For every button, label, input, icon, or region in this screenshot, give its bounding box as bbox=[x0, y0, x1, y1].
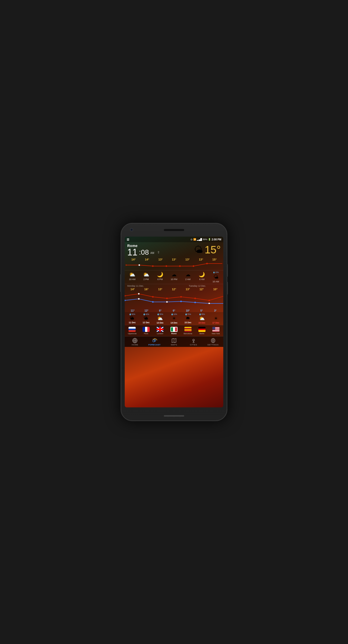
daily-low-2: 6° bbox=[153, 309, 167, 312]
hourly-time-3: 10 PM bbox=[171, 278, 177, 281]
daily-chart-area: 14° 16° 13° 12° 13° 12° 10° bbox=[125, 288, 223, 312]
flag-paris bbox=[143, 327, 150, 332]
hourly-temp-4: 13° bbox=[185, 258, 190, 261]
hourly-item-0[interactable]: ⛅ 10 AM bbox=[125, 271, 139, 283]
svg-point-13 bbox=[209, 300, 210, 301]
day-label-1: 12 Dec bbox=[143, 321, 150, 324]
date-label-left: Monday 11 Dec. bbox=[127, 285, 174, 287]
svg-point-1 bbox=[138, 264, 140, 266]
hourly-forecast-row: ⛅ 10 AM ⛅ 2 PM 🌙 6 PM ☁ 10 PM ☁ 2 AM bbox=[125, 270, 223, 284]
volume-down-button[interactable] bbox=[227, 282, 228, 295]
day-label-4: 15 Dec bbox=[184, 321, 191, 324]
day-item-2[interactable]: 💧55% ⛅ 13 Dec bbox=[153, 313, 167, 324]
clock: 2:08 PM bbox=[212, 238, 221, 241]
main-temperature: 15° bbox=[204, 244, 221, 256]
flag-newyork bbox=[212, 327, 219, 332]
city-label-paris: Paris bbox=[144, 332, 148, 335]
svg-point-8 bbox=[138, 293, 139, 295]
hourly-icon-5: 🌙 bbox=[199, 271, 205, 278]
bottom-nav: HOME FORECAST bbox=[125, 336, 223, 347]
hourly-item-1[interactable]: ⛅ 2 PM bbox=[139, 271, 153, 283]
current-weather: 🌤 15° bbox=[194, 244, 221, 256]
day-icon-3: ☀ bbox=[172, 316, 176, 321]
status-bar: 🖼 ◎ 📶 ▂▄█ 89% 🔋 2:08 PM bbox=[125, 237, 223, 242]
power-button[interactable] bbox=[120, 274, 121, 292]
day-item-4[interactable]: 💧75% 🌧 15 Dec bbox=[181, 313, 195, 324]
svg-point-15 bbox=[138, 298, 139, 300]
svg-point-0 bbox=[126, 264, 126, 266]
city-label-berlin: Berlin bbox=[199, 332, 204, 335]
svg-point-6 bbox=[206, 263, 208, 264]
hourly-temp-3: 13° bbox=[172, 258, 176, 261]
status-left: 🖼 bbox=[127, 238, 129, 241]
day-label-0: 11 Dec bbox=[129, 321, 136, 324]
day-item-0[interactable]: 💧50% 🌦 11 Dec bbox=[125, 313, 139, 324]
day-item-1[interactable]: 💧40% 🌦 12 Dec bbox=[139, 313, 153, 324]
day-icon-1: 🌦 bbox=[144, 316, 148, 321]
nav-label-forecast: FORECAST bbox=[148, 344, 161, 346]
day-item-5[interactable]: 💧35% ⛅ 16 Dec bbox=[195, 313, 209, 324]
volume-up-button[interactable] bbox=[227, 264, 228, 277]
home-indicator[interactable] bbox=[164, 415, 184, 417]
city-london[interactable]: London bbox=[153, 327, 167, 335]
city-ulyanovsk[interactable]: Ulyanovsk bbox=[125, 327, 139, 335]
nav-cities[interactable]: CITIES bbox=[184, 338, 203, 346]
city-newyork[interactable]: New York bbox=[209, 327, 223, 335]
city-paris[interactable]: Paris bbox=[139, 327, 153, 335]
daily-low-0: 11° bbox=[126, 309, 139, 312]
hourly-item-6[interactable]: 💧15% 🌤 10 AM bbox=[209, 271, 223, 283]
nav-forecast[interactable]: FORECAST bbox=[145, 338, 164, 346]
signal-icon: ▂▄█ bbox=[197, 238, 202, 241]
svg-point-18 bbox=[180, 301, 182, 302]
svg-point-11 bbox=[180, 296, 182, 298]
svg-point-24 bbox=[153, 340, 155, 342]
svg-point-9 bbox=[152, 296, 154, 298]
battery-percent: 89% bbox=[203, 238, 207, 241]
day-label-5: 16 Dec bbox=[198, 321, 205, 324]
location-icon: ◎ bbox=[191, 238, 193, 241]
svg-point-16 bbox=[152, 301, 154, 303]
hourly-time-0: 10 AM bbox=[129, 278, 136, 281]
city-barcelona[interactable]: Barcelona bbox=[181, 327, 195, 335]
nav-maps[interactable]: MAPS bbox=[164, 338, 184, 346]
top-section: Rome 11 :08 AM ⇧ 🌤 15° bbox=[125, 242, 223, 258]
hourly-item-5[interactable]: 🌙 6 AM bbox=[195, 271, 209, 283]
daily-low-4: 10° bbox=[181, 309, 195, 312]
svg-point-7 bbox=[125, 295, 125, 297]
speaker bbox=[164, 229, 184, 231]
daily-high-3: 12° bbox=[167, 288, 181, 291]
hourly-item-2[interactable]: 🌙 6 PM bbox=[153, 271, 167, 283]
hourly-temp-1: 14° bbox=[145, 258, 149, 261]
time-hours: 11 bbox=[127, 248, 137, 257]
hourly-time-6: 10 AM bbox=[213, 280, 219, 283]
forecast-icon bbox=[152, 338, 157, 343]
rain-3: 💧10% bbox=[171, 313, 177, 315]
day-label-6: 17 Dec bbox=[212, 321, 219, 324]
daily-high-4: 13° bbox=[181, 288, 195, 291]
nav-home[interactable]: HOME bbox=[125, 338, 145, 346]
image-icon: 🖼 bbox=[127, 238, 129, 241]
hourly-time-5: 6 AM bbox=[199, 278, 204, 281]
hourly-icon-3: ☁ bbox=[171, 271, 177, 278]
flag-ulyanovsk bbox=[129, 327, 136, 332]
cities-icon bbox=[191, 338, 196, 343]
share-icon[interactable]: ⇧ bbox=[157, 251, 160, 254]
day-item-6[interactable]: 💧0% ☀ 17 Dec bbox=[209, 313, 223, 324]
svg-point-2 bbox=[152, 265, 154, 267]
daily-high-5: 12° bbox=[195, 288, 208, 291]
rain-2: 💧55% bbox=[157, 313, 163, 315]
city-berlin[interactable]: Berlin bbox=[195, 327, 209, 335]
hourly-icon-0: ⛅ bbox=[129, 271, 135, 278]
hourly-item-4[interactable]: ☁ 2 AM bbox=[181, 271, 195, 283]
home-icon bbox=[132, 338, 138, 343]
nav-settings[interactable]: SETTINGS bbox=[203, 338, 223, 346]
day-icon-2: ⛅ bbox=[157, 316, 163, 321]
day-item-3[interactable]: 💧10% ☀ 14 Dec bbox=[167, 313, 181, 324]
daily-chart-svg bbox=[125, 291, 223, 304]
svg-point-10 bbox=[166, 298, 168, 299]
phone-screen: 🖼 ◎ 📶 ▂▄█ 89% 🔋 2:08 PM Rome 11 :08 bbox=[125, 237, 223, 407]
hourly-icon-6: 🌤 bbox=[213, 274, 218, 280]
daily-low-1: 12° bbox=[139, 309, 153, 312]
hourly-item-3[interactable]: ☁ 10 PM bbox=[167, 271, 181, 283]
city-rome[interactable]: Rome bbox=[167, 327, 181, 335]
